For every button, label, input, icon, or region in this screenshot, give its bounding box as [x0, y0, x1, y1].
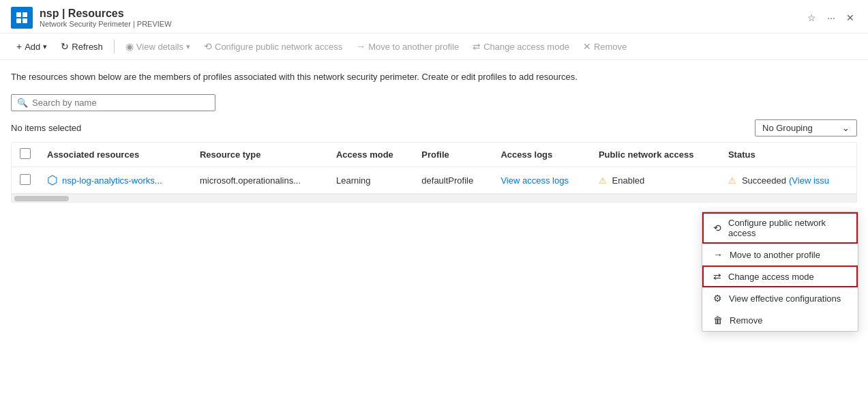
app-icon	[11, 7, 33, 29]
configure-icon: ⟲	[204, 41, 212, 52]
col-status: Status	[720, 143, 856, 167]
refresh-icon: ↻	[61, 41, 69, 52]
status-warning-icon: ⚠	[728, 175, 736, 186]
add-chevron-icon: ▾	[43, 42, 47, 51]
table-row: ⬡ nsp-log-analytics-works... microsoft.o…	[12, 167, 856, 194]
title-text: nsp | Resources Network Security Perimet…	[40, 8, 172, 28]
col-access-mode: Access mode	[328, 143, 413, 167]
col-profile: Profile	[413, 143, 492, 167]
context-menu: ⟲ Configure public network access → Move…	[702, 212, 858, 332]
status-cell: ⚠ Succeeded (View issu	[720, 167, 856, 194]
ctx-change-item[interactable]: ⇄ Change access mode	[702, 265, 858, 287]
items-selected-label: No items selected	[11, 123, 81, 133]
select-all-checkbox[interactable]	[20, 148, 31, 159]
public-network-value: Enabled	[612, 175, 645, 186]
warning-icon: ⚠	[599, 175, 607, 186]
horizontal-scrollbar[interactable]	[12, 194, 856, 202]
col-access-logs: Access logs	[492, 143, 590, 167]
star-icon[interactable]: ☆	[805, 10, 819, 26]
view-issue-link[interactable]: (View issu	[789, 175, 829, 186]
public-network-cell: ⚠ Enabled	[590, 167, 720, 194]
search-icon: 🔍	[17, 98, 28, 108]
ctx-remove-item[interactable]: 🗑 Remove	[702, 309, 858, 331]
scrollbar-thumb[interactable]	[14, 196, 69, 201]
grouping-label: No Grouping	[762, 123, 813, 133]
grouping-chevron-icon: ⌄	[842, 123, 850, 133]
title-separator: |	[62, 8, 68, 19]
subtitle: Network Security Perimeter | PREVIEW	[40, 20, 172, 28]
change-access-icon: ⇄	[473, 41, 481, 52]
ctx-remove-label: Remove	[730, 315, 762, 326]
toolbar-row: No items selected No Grouping ⌄	[11, 119, 857, 136]
view-details-icon: ◉	[125, 41, 134, 52]
ctx-view-config-item[interactable]: ⚙ View effective configurations	[702, 287, 858, 309]
ctx-configure-label: Configure public network access	[728, 218, 847, 238]
move-button[interactable]: → Move to another profile	[350, 38, 464, 55]
svg-rect-3	[23, 18, 27, 23]
svg-rect-2	[16, 18, 21, 23]
table-header-row: Associated resources Resource type Acces…	[12, 143, 856, 167]
ctx-view-config-icon: ⚙	[713, 293, 722, 304]
col-public-network: Public network access	[590, 143, 720, 167]
resource-link[interactable]: nsp-log-analytics-works...	[62, 175, 162, 186]
access-logs-cell: View access logs	[492, 167, 590, 194]
status-text: Succeeded	[742, 175, 786, 186]
col-associated-resources: Associated resources	[39, 143, 192, 167]
svg-rect-1	[23, 12, 27, 17]
view-access-logs-link[interactable]: View access logs	[500, 175, 568, 186]
resources-table: Associated resources Resource type Acces…	[11, 142, 857, 203]
view-details-button[interactable]: ◉ View details ▾	[120, 38, 196, 55]
title-bar-actions: ☆ ··· ✕	[805, 10, 857, 26]
move-icon: →	[356, 41, 365, 52]
ctx-move-icon: →	[713, 249, 723, 260]
ctx-configure-item[interactable]: ⟲ Configure public network access	[702, 212, 858, 244]
separator-1	[114, 40, 115, 53]
info-text: The resources shown below are the member…	[11, 71, 857, 83]
resource-type-icon: ⬡	[47, 173, 58, 188]
close-icon[interactable]: ✕	[843, 10, 857, 26]
access-mode-cell: Learning	[328, 167, 413, 194]
add-button[interactable]: + Add ▾	[11, 38, 53, 55]
view-details-chevron: ▾	[186, 42, 190, 51]
command-bar: + Add ▾ ↻ Refresh ◉ View details ▾ ⟲ Con…	[0, 33, 868, 60]
change-access-button[interactable]: ⇄ Change access mode	[467, 38, 575, 55]
more-options-icon[interactable]: ···	[824, 10, 838, 26]
ctx-move-label: Move to another profile	[730, 250, 820, 260]
remove-icon: ✕	[583, 41, 591, 52]
title-bar: nsp | Resources Network Security Perimet…	[0, 0, 868, 33]
resource-cell: ⬡ nsp-log-analytics-works...	[39, 167, 192, 194]
row-checkbox[interactable]	[20, 174, 31, 185]
svg-rect-0	[16, 12, 21, 17]
resource-type-cell: microsoft.operationalins...	[192, 167, 328, 194]
configure-button[interactable]: ⟲ Configure public network access	[198, 38, 348, 55]
grouping-dropdown[interactable]: No Grouping ⌄	[755, 119, 857, 136]
page-title: Resources	[68, 8, 124, 19]
search-box[interactable]: 🔍	[11, 94, 215, 111]
refresh-button[interactable]: ↻ Refresh	[55, 38, 108, 55]
checkbox-header[interactable]	[12, 143, 39, 167]
row-checkbox-cell[interactable]	[12, 167, 39, 194]
content-area: The resources shown below are the member…	[0, 60, 868, 203]
search-input[interactable]	[32, 98, 209, 108]
ctx-change-label: Change access mode	[728, 272, 814, 282]
ctx-change-icon: ⇄	[713, 271, 721, 282]
col-resource-type: Resource type	[192, 143, 328, 167]
ctx-view-config-label: View effective configurations	[729, 293, 841, 304]
ctx-configure-icon: ⟲	[713, 222, 721, 233]
profile-cell: defaultProfile	[413, 167, 492, 194]
remove-button[interactable]: ✕ Remove	[578, 38, 632, 55]
app-name: nsp	[40, 8, 59, 19]
ctx-remove-icon: 🗑	[713, 315, 723, 326]
add-icon: +	[16, 41, 22, 52]
ctx-move-item[interactable]: → Move to another profile	[702, 244, 858, 265]
